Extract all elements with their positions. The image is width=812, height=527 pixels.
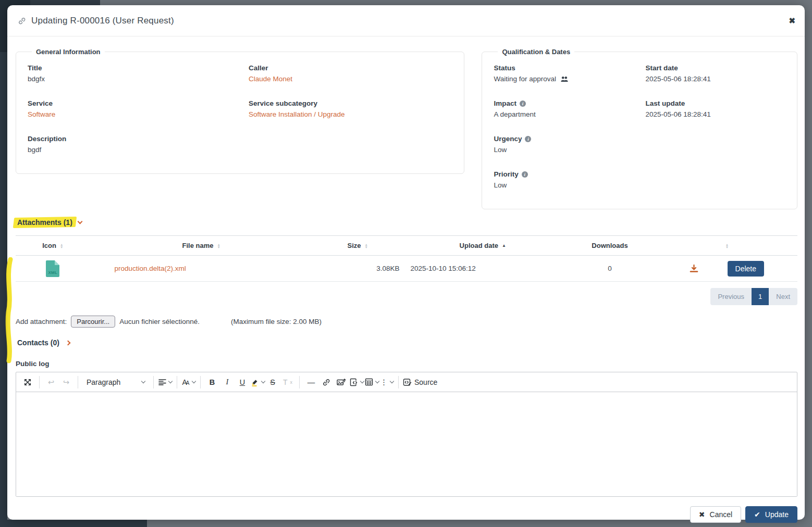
horizontal-line-button[interactable]: — xyxy=(304,375,318,390)
font-size-dropdown[interactable]: AA xyxy=(181,375,196,390)
xml-file-icon: XML xyxy=(46,260,59,277)
upload-date-cell: 2025-10-10 15:06:12 xyxy=(403,256,563,282)
close-icon: ✖ xyxy=(789,16,795,25)
source-button[interactable]: Source xyxy=(403,375,437,390)
chevron-down-icon xyxy=(168,379,173,383)
toolbar-separator xyxy=(39,376,40,388)
pagination-page-1[interactable]: 1 xyxy=(752,288,769,305)
link-icon xyxy=(322,378,330,386)
strikethrough-button[interactable]: S xyxy=(265,375,280,390)
chevron-down-icon xyxy=(191,379,195,383)
pagination-previous[interactable]: Previous xyxy=(710,288,752,305)
public-log-label: Public log xyxy=(16,360,797,368)
code-block-dropdown[interactable] xyxy=(349,375,364,390)
info-icon[interactable]: i xyxy=(520,101,526,107)
info-icon[interactable]: i xyxy=(522,171,528,178)
urgency-value: Low xyxy=(494,146,645,154)
fieldset-qualification-dates: Qualification & Dates Status Waiting for… xyxy=(482,48,797,209)
overflow-menu-icon: ⋮ xyxy=(380,378,388,386)
maximize-icon xyxy=(23,378,32,386)
update-button[interactable]: ✔Update xyxy=(745,506,797,523)
download-icon xyxy=(690,265,698,273)
contacts-section-toggle[interactable]: Contacts (0) xyxy=(16,338,70,347)
attachments-section-toggle[interactable]: Attachments (1) xyxy=(16,218,82,227)
max-file-size-text: (Maximum file size: 2.00 MB) xyxy=(231,318,322,325)
delete-button[interactable]: Delete xyxy=(728,261,764,277)
file-size-cell: 3.08KB xyxy=(313,256,403,282)
insert-table-dropdown[interactable] xyxy=(364,375,379,390)
link-button[interactable] xyxy=(319,375,334,390)
description-value: bgdf xyxy=(28,146,249,154)
title-label: Title xyxy=(28,64,249,72)
highlight-dropdown[interactable] xyxy=(250,375,265,390)
field-status: Status Waiting for approval xyxy=(494,64,645,87)
chevron-down-icon xyxy=(261,379,265,383)
download-button[interactable] xyxy=(690,265,698,273)
attachments-heading: Attachments (1) xyxy=(16,218,74,227)
pagination-next[interactable]: Next xyxy=(769,288,797,305)
caller-link[interactable]: Claude Monet xyxy=(249,75,292,83)
service-link[interactable]: Software xyxy=(28,110,55,118)
no-file-selected-text: Aucun fichier sélectionné. xyxy=(119,318,200,325)
info-icon[interactable]: i xyxy=(525,136,531,142)
status-label: Status xyxy=(494,64,645,72)
urgency-label: Urgency xyxy=(494,135,522,143)
field-empty xyxy=(645,135,785,158)
service-subcategory-link[interactable]: Software Installation / Upgrade xyxy=(249,110,345,118)
browse-button[interactable]: Parcourir... xyxy=(71,316,115,328)
undo-button[interactable]: ↩ xyxy=(44,375,58,390)
font-size-icon: AA xyxy=(182,378,189,386)
sort-icon: ▲▼ xyxy=(60,243,63,248)
field-service: Service Software xyxy=(28,99,249,122)
sort-ascending-icon: ▲ xyxy=(502,243,506,248)
field-priority: Priorityi Low xyxy=(494,170,645,193)
chevron-down-icon xyxy=(141,379,145,383)
highlighter-pen-icon xyxy=(251,378,259,386)
code-block-icon xyxy=(349,378,358,386)
toolbar-separator xyxy=(153,376,154,388)
update-check-icon: ✔ xyxy=(754,510,760,519)
editor-toolbar: ↩ ↪ Paragraph AA B I U S Tx — xyxy=(16,372,797,392)
bold-button[interactable]: B xyxy=(205,375,219,390)
column-header-downloads[interactable]: Downloads xyxy=(563,236,657,256)
file-name-link[interactable]: production.delta(2).xml xyxy=(115,265,186,272)
field-description: Description bgdf xyxy=(28,135,249,158)
column-header-size[interactable]: Size▲▼ xyxy=(313,236,403,256)
align-left-icon xyxy=(158,379,166,386)
column-header-icon[interactable]: Icon▲▼ xyxy=(16,236,90,256)
impact-label: Impact xyxy=(494,99,516,107)
fullscreen-button[interactable] xyxy=(20,375,35,390)
remove-format-button[interactable]: Tx xyxy=(280,375,295,390)
column-header-file-name[interactable]: File name▲▼ xyxy=(90,236,313,256)
column-header-upload-date[interactable]: Upload date▲ xyxy=(403,236,563,256)
insert-image-button[interactable] xyxy=(334,375,349,390)
paragraph-style-dropdown[interactable]: Paragraph xyxy=(82,375,149,390)
column-header-actions[interactable]: ▲▼ xyxy=(657,236,797,256)
text-alignment-dropdown[interactable] xyxy=(158,375,173,390)
cancel-x-icon: ✖ xyxy=(699,510,705,519)
sort-icon: ▲▼ xyxy=(725,243,729,248)
attachments-table: Icon▲▼ File name▲▼ Size▲▼ Upload date▲ D… xyxy=(16,235,797,282)
more-options-dropdown[interactable]: ⋮ xyxy=(379,375,394,390)
update-request-modal: Updating R-000016 (User Request) ✖ Gener… xyxy=(7,5,805,520)
title-value: bdgfx xyxy=(28,75,249,83)
attachments-table-header-row: Icon▲▼ File name▲▼ Size▲▼ Upload date▲ D… xyxy=(16,236,797,256)
attachment-row: XML production.delta(2).xml 3.08KB 2025-… xyxy=(16,256,797,282)
description-label: Description xyxy=(28,135,249,143)
field-start-date: Start date 2025-05-06 18:28:41 xyxy=(645,64,785,87)
italic-button[interactable]: I xyxy=(220,375,235,390)
status-value: Waiting for approval xyxy=(494,75,556,83)
chevron-down-icon xyxy=(360,379,364,383)
modal-footer: ✖Cancel ✔Update xyxy=(16,506,797,523)
sort-icon: ▲▼ xyxy=(217,243,220,248)
redo-button[interactable]: ↪ xyxy=(59,375,73,390)
close-button[interactable]: ✖ xyxy=(789,16,795,26)
public-log-input[interactable] xyxy=(16,392,797,496)
last-update-label: Last update xyxy=(645,99,785,107)
cancel-button[interactable]: ✖Cancel xyxy=(690,506,741,523)
qualification-dates-legend: Qualification & Dates xyxy=(498,48,574,56)
redo-icon: ↪ xyxy=(63,378,69,386)
underline-button[interactable]: U xyxy=(235,375,250,390)
image-upload-icon xyxy=(337,378,346,386)
contacts-heading: Contacts (0) xyxy=(16,338,61,347)
